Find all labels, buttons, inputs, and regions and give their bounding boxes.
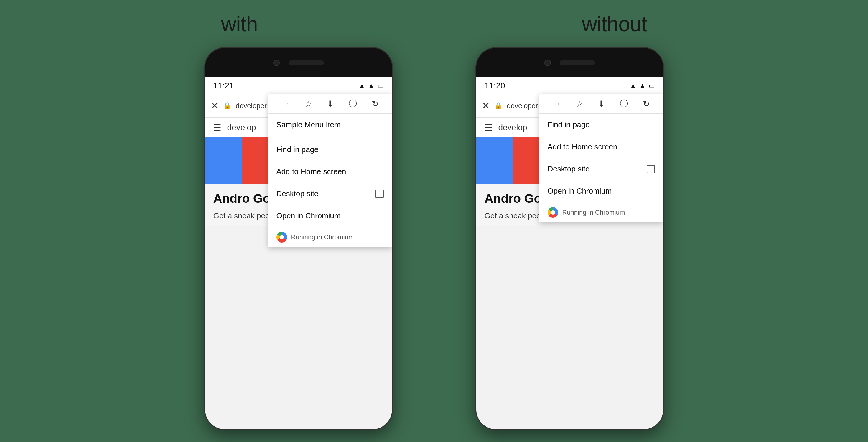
signal-icon-without: ▲ [639,82,646,90]
dropdown-with: → ☆ ⬇ ⓘ ↻ Sample Menu Item Find in page [268,94,392,247]
desktop-checkbox-without[interactable] [647,165,655,173]
wifi-icon-with: ▲ [359,82,365,90]
star-btn-with[interactable]: ☆ [305,99,312,109]
stripe-blue-without [476,137,514,185]
running-text-with: Running in Chromium [291,233,354,241]
close-icon-with[interactable]: ✕ [211,100,218,111]
camera-with [273,60,280,66]
status-bar-without: 11:20 ▲ ▲ ▭ [476,77,663,94]
status-time-without: 11:20 [485,81,505,91]
download-btn-without[interactable]: ⬇ [598,99,605,109]
phone-top-bar-with [205,48,392,77]
desktop-checkbox-with[interactable] [375,190,384,198]
battery-icon-without: ▭ [649,82,655,90]
reload-btn-with[interactable]: ↻ [372,99,378,109]
phone-top-bar-without [476,48,663,77]
close-icon-without[interactable]: ✕ [482,100,490,111]
status-icons-without: ▲ ▲ ▭ [630,82,655,90]
running-footer-without: Running in Chromium [539,202,663,222]
chromium-icon-with [276,232,287,243]
page-site-name-with: develop [227,123,256,132]
desktop-menu-item-without[interactable]: Desktop site [539,158,663,180]
screen-without: 11:20 ▲ ▲ ▭ ✕ 🔒 developer → ☆ ⬇ [476,77,663,429]
camera-without [545,60,551,66]
open-chromium-item-without[interactable]: Open in Chromium [539,180,663,202]
find-menu-label-without: Find in page [548,120,590,129]
phone-with: 11:21 ▲ ▲ ▭ ✕ 🔒 developer → ☆ ⬇ [204,47,393,430]
find-menu-item-without[interactable]: Find in page [539,114,663,136]
status-bar-with: 11:21 ▲ ▲ ▭ [205,77,392,94]
desktop-menu-label-with: Desktop site [276,189,319,198]
star-btn-without[interactable]: ☆ [576,99,583,109]
speaker-with [288,60,324,65]
phones-container: 11:21 ▲ ▲ ▭ ✕ 🔒 developer → ☆ ⬇ [204,47,664,430]
info-btn-without[interactable]: ⓘ [620,98,628,109]
home-menu-label-with: Add to Home screen [276,167,346,176]
phone-without: 11:20 ▲ ▲ ▭ ✕ 🔒 developer → ☆ ⬇ [475,47,664,430]
hamburger-without[interactable]: ☰ [485,122,493,133]
signal-icon-with: ▲ [368,82,375,90]
status-icons-with: ▲ ▲ ▭ [359,82,384,90]
dropdown-toolbar-with: → ☆ ⬇ ⓘ ↻ [268,94,392,114]
forward-btn-without[interactable]: → [553,99,561,108]
page-site-name-without: develop [498,123,527,132]
with-label: with [221,12,257,36]
dropdown-without: → ☆ ⬇ ⓘ ↻ Find in page Add to Home scree… [539,94,663,222]
lock-icon-without: 🔒 [494,102,502,109]
home-menu-item-without[interactable]: Add to Home screen [539,136,663,158]
divider-after-sample [268,137,392,137]
forward-btn-with[interactable]: → [281,99,290,108]
desktop-menu-item-with[interactable]: Desktop site [268,183,392,205]
battery-icon-with: ▭ [377,82,384,90]
find-menu-item-with[interactable]: Find in page [268,138,392,161]
open-chromium-item-with[interactable]: Open in Chromium [268,205,392,227]
find-menu-label-with: Find in page [276,145,319,154]
download-btn-with[interactable]: ⬇ [327,99,334,109]
without-label: without [582,12,647,36]
sample-menu-item[interactable]: Sample Menu Item [268,114,392,136]
desktop-menu-label-without: Desktop site [548,164,590,173]
chromium-icon-without [548,207,558,218]
open-chromium-label-with: Open in Chromium [276,211,341,220]
hamburger-with[interactable]: ☰ [213,122,221,133]
running-text-without: Running in Chromium [562,209,625,216]
screen-with: 11:21 ▲ ▲ ▭ ✕ 🔒 developer → ☆ ⬇ [205,77,392,429]
home-menu-item-with[interactable]: Add to Home screen [268,161,392,183]
reload-btn-without[interactable]: ↻ [643,99,650,109]
info-btn-with[interactable]: ⓘ [349,98,357,109]
sample-menu-label: Sample Menu Item [276,120,341,129]
home-menu-label-without: Add to Home screen [548,142,618,152]
stripe-blue-with [205,137,243,185]
running-footer-with: Running in Chromium [268,227,392,247]
wifi-icon-without: ▲ [630,82,636,90]
status-time-with: 11:21 [213,81,234,91]
open-chromium-label-without: Open in Chromium [548,187,612,196]
speaker-without [560,60,595,65]
dropdown-toolbar-without: → ☆ ⬇ ⓘ ↻ [539,94,663,114]
lock-icon-with: 🔒 [223,102,231,109]
